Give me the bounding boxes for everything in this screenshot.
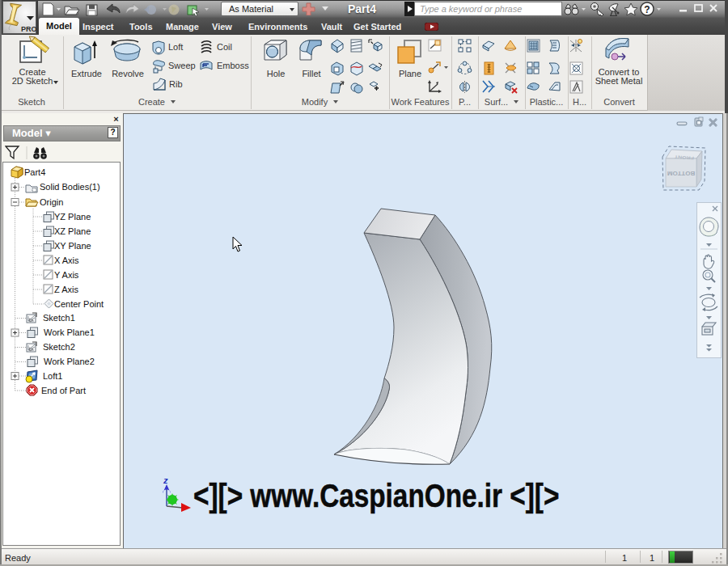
svg-text:PRO: PRO [21, 25, 36, 33]
svg-text:?: ? [644, 4, 650, 15]
svg-text:BOTTOM: BOTTOM [667, 170, 695, 177]
svg-text:z: z [163, 475, 168, 485]
svg-text:FRONT: FRONT [674, 155, 694, 161]
